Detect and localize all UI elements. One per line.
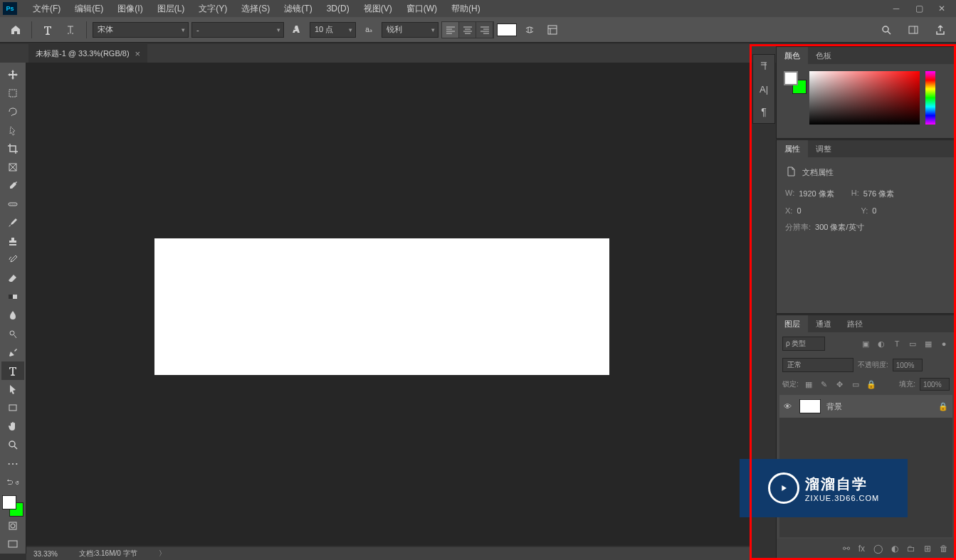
foreground-color[interactable] xyxy=(2,495,16,509)
menu-view[interactable]: 视图(V) xyxy=(357,1,399,16)
gradient-tool[interactable] xyxy=(1,287,24,306)
paths-tab[interactable]: 路径 xyxy=(839,315,871,332)
maximize-button[interactable]: ▢ xyxy=(908,1,930,16)
menu-image[interactable]: 图像(I) xyxy=(110,1,149,16)
menu-window[interactable]: 窗口(W) xyxy=(399,1,444,16)
stamp-tool[interactable] xyxy=(1,232,24,250)
menu-help[interactable]: 帮助(H) xyxy=(444,1,488,16)
swap-colors-icon[interactable]: ⮌ ↺ xyxy=(1,472,24,491)
menu-type[interactable]: 文字(Y) xyxy=(191,1,234,16)
menu-3d[interactable]: 3D(D) xyxy=(320,2,357,15)
opacity-field[interactable]: 100% xyxy=(893,359,923,371)
menu-edit[interactable]: 编辑(E) xyxy=(68,1,110,16)
filter-smart-icon[interactable]: ▦ xyxy=(923,338,934,349)
layer-thumbnail[interactable] xyxy=(799,399,821,413)
character-panel-icon[interactable] xyxy=(542,21,562,39)
crop-tool[interactable] xyxy=(1,139,24,158)
home-icon[interactable] xyxy=(6,21,26,39)
history-brush-tool[interactable] xyxy=(1,250,24,269)
zoom-tool[interactable] xyxy=(1,435,24,454)
color-tab[interactable]: 颜色 xyxy=(777,47,808,64)
zoom-level[interactable]: 33.33% xyxy=(33,550,58,558)
canvas-area[interactable] xyxy=(26,63,750,546)
character-icon[interactable]: A| xyxy=(753,78,774,100)
type-tool-icon[interactable] xyxy=(38,21,58,39)
lasso-tool[interactable] xyxy=(1,102,24,121)
move-tool[interactable] xyxy=(1,65,24,84)
screenmode-icon[interactable] xyxy=(1,535,24,554)
fill-field[interactable]: 100% xyxy=(920,378,950,391)
layer-filter-kind-dropdown[interactable]: ρ 类型 xyxy=(782,337,825,351)
share-icon[interactable] xyxy=(930,21,950,39)
filter-shape-icon[interactable]: ▭ xyxy=(907,338,918,349)
panel-fg-color[interactable] xyxy=(784,71,798,85)
brush-tool[interactable] xyxy=(1,213,24,232)
healing-tool[interactable] xyxy=(1,195,24,213)
text-color-swatch[interactable] xyxy=(497,23,517,36)
close-tab-icon[interactable]: × xyxy=(135,48,141,59)
color-picker-control[interactable] xyxy=(2,495,23,517)
visibility-icon[interactable]: 👁 xyxy=(784,402,794,411)
marquee-tool[interactable] xyxy=(1,84,24,102)
align-left-button[interactable] xyxy=(442,22,459,38)
document-canvas[interactable] xyxy=(154,238,609,375)
minimize-button[interactable]: ─ xyxy=(885,1,908,16)
font-size-dropdown[interactable]: 10 点 xyxy=(310,22,356,38)
workspace-icon[interactable] xyxy=(903,21,923,39)
filter-type-icon[interactable]: T xyxy=(891,338,903,349)
path-select-tool[interactable] xyxy=(1,380,24,398)
type-tool[interactable] xyxy=(1,361,24,380)
menu-layer[interactable]: 图层(L) xyxy=(150,1,192,16)
layers-tab[interactable]: 图层 xyxy=(777,315,808,332)
menu-filter[interactable]: 滤镜(T) xyxy=(277,1,319,16)
close-button[interactable]: ✕ xyxy=(930,1,953,16)
delete-layer-icon[interactable]: 🗑 xyxy=(940,544,948,554)
document-info[interactable]: 文档:3.16M/0 字节 xyxy=(79,549,137,559)
filter-toggle-icon[interactable]: ● xyxy=(938,338,950,349)
channels-tab[interactable]: 通道 xyxy=(808,315,839,332)
warp-text-icon[interactable] xyxy=(520,21,540,39)
text-orientation-icon[interactable] xyxy=(61,21,80,39)
panel-fgbg-swatch[interactable] xyxy=(784,71,804,91)
color-field[interactable] xyxy=(809,71,920,125)
group-icon[interactable]: 🗀 xyxy=(907,544,915,554)
font-style-dropdown[interactable]: - xyxy=(191,22,284,38)
edit-toolbar-icon[interactable]: ⋯ xyxy=(1,454,24,472)
quick-select-tool[interactable] xyxy=(1,121,24,139)
new-layer-icon[interactable]: ⊞ xyxy=(924,544,931,554)
eraser-tool[interactable] xyxy=(1,269,24,287)
filter-adjust-icon[interactable]: ◐ xyxy=(876,338,887,349)
paragraph-icon[interactable]: ¶ xyxy=(753,100,774,123)
hand-tool[interactable] xyxy=(1,417,24,435)
dodge-tool[interactable] xyxy=(1,324,24,343)
frame-tool[interactable] xyxy=(1,158,24,176)
layer-fx-icon[interactable]: fx xyxy=(858,544,865,554)
properties-tab[interactable]: 属性 xyxy=(777,140,808,157)
adjustments-tab[interactable]: 调整 xyxy=(808,140,839,157)
shape-tool[interactable] xyxy=(1,398,24,417)
filter-image-icon[interactable]: ▣ xyxy=(860,338,871,349)
antialias-dropdown[interactable]: 锐利 xyxy=(382,22,438,38)
blur-tool[interactable] xyxy=(1,306,24,324)
font-family-dropdown[interactable]: 宋体 xyxy=(93,22,189,38)
align-center-button[interactable] xyxy=(459,22,476,38)
menu-select[interactable]: 选择(S) xyxy=(234,1,277,16)
swatches-tab[interactable]: 色板 xyxy=(808,47,839,64)
document-tab[interactable]: 未标题-1 @ 33.3%(RGB/8) × xyxy=(28,44,147,63)
menu-file[interactable]: 文件(F) xyxy=(26,1,68,16)
eyedropper-tool[interactable] xyxy=(1,176,24,195)
layer-lock-icon[interactable]: 🔒 xyxy=(938,402,948,411)
hue-slider[interactable] xyxy=(925,71,935,125)
layer-mask-icon[interactable]: ◯ xyxy=(873,544,883,554)
paragraph-styles-icon[interactable] xyxy=(753,55,774,78)
quickmask-icon[interactable] xyxy=(1,517,24,535)
lock-all-icon[interactable]: 🔒 xyxy=(866,379,877,390)
lock-artboard-icon[interactable]: ▭ xyxy=(850,379,861,390)
search-icon[interactable] xyxy=(876,21,896,39)
statusbar-menu-icon[interactable]: 〉 xyxy=(159,549,166,559)
blend-mode-dropdown[interactable]: 正常 xyxy=(782,358,853,372)
lock-pixels-icon[interactable]: ▦ xyxy=(803,379,814,390)
link-layers-icon[interactable]: ⚯ xyxy=(843,544,850,554)
layer-item-background[interactable]: 👁 背景 🔒 xyxy=(779,395,952,418)
lock-brush-icon[interactable]: ✎ xyxy=(819,379,830,390)
